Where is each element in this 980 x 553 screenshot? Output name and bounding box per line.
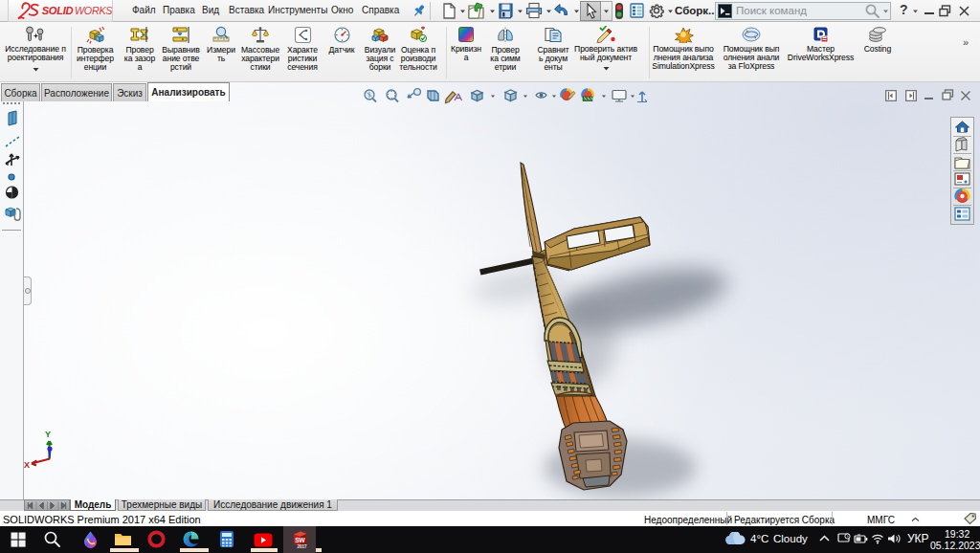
- svg-text:WORKS: WORKS: [75, 5, 112, 16]
- svg-text:2017: 2017: [298, 544, 308, 549]
- svg-text:SOLID: SOLID: [42, 5, 74, 16]
- svg-text:X: X: [24, 460, 30, 470]
- svg-text:Y: Y: [45, 430, 51, 439]
- svg-text:SW: SW: [295, 537, 305, 543]
